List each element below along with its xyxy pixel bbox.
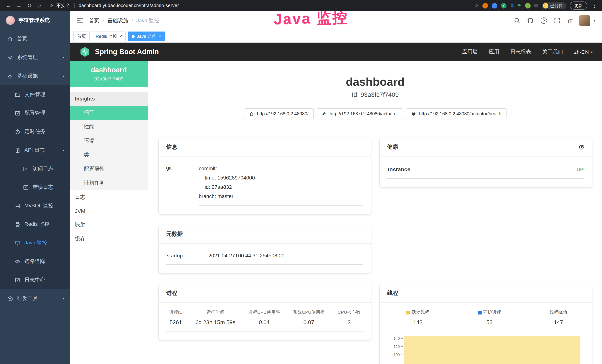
info-card-body: git commit: time: 1596289704000 id: 27aa… <box>159 157 371 214</box>
browser-update-button[interactable]: 更新 <box>570 1 587 10</box>
url-text[interactable]: dashboard.yudao.iocoder.cn/infra/admin-s… <box>79 3 179 8</box>
info-card: 信息 git commit: time: 1596289704000 id: 2 <box>159 138 371 214</box>
paused-badge[interactable]: 已暂停 <box>542 2 566 9</box>
threads-live-label-row: 活动线程 <box>406 309 430 316</box>
sba-nav-applications[interactable]: 应用 <box>489 49 499 55</box>
sidebar-item-dev-tools[interactable]: 研发工具 ▾ <box>0 289 70 308</box>
sba-menu-item-config-props[interactable]: 配置属性 <box>70 162 148 176</box>
tab-home[interactable]: 首页 <box>74 32 90 41</box>
sidebar-item-api-log[interactable]: API 日志 ▴ <box>0 141 70 160</box>
sidebar-item-mysql-monitor[interactable]: MySQL 监控 <box>0 197 70 215</box>
address-bar[interactable]: ⚠ 不安全 dashboard.yudao.iocoder.cn/infra/a… <box>50 2 179 9</box>
breadcrumb: 首页 / 基础设施 / Java 监控 <box>89 17 159 24</box>
breadcrumb-home[interactable]: 首页 <box>89 17 99 24</box>
sba-menu-group-insights[interactable]: Insights <box>70 92 148 106</box>
home-icon <box>7 36 13 42</box>
sidebar-item-infra[interactable]: 基础设施 ▴ <box>0 67 70 85</box>
tick-label: 100 <box>390 353 400 357</box>
avatar[interactable] <box>579 15 591 26</box>
sidebar-item-scheduled-job[interactable]: 定时任务 <box>0 122 70 141</box>
sidebar-item-config-manage[interactable]: 配置管理 <box>0 104 70 122</box>
sba-locale-select[interactable]: zh-CN ▾ <box>574 49 592 55</box>
fullscreen-icon[interactable] <box>554 17 560 24</box>
sba-instance-name: dashboard <box>73 66 145 74</box>
search-icon[interactable] <box>514 17 520 24</box>
tab-redis-monitor[interactable]: Redis 监控 × <box>92 32 126 41</box>
extension-icon-grid[interactable] <box>510 4 514 7</box>
extension-icon-green[interactable]: Y <box>501 3 506 8</box>
browser-menu-icon[interactable]: ⋮ <box>591 3 598 9</box>
close-icon[interactable]: × <box>159 34 161 39</box>
metadata-value: 2021-04-27T00:44:31.254+08:00 <box>208 253 284 258</box>
instance-link-actuator[interactable]: http://192.168.0.2:48080/actuator <box>317 108 403 119</box>
sidebar-item-system[interactable]: 系统管理 ▾ <box>0 48 70 67</box>
header-actions: ? TT ▾ <box>514 15 595 26</box>
breadcrumb-infra[interactable]: 基础设施 <box>108 17 128 24</box>
sidebar-item-home[interactable]: 首页 <box>0 30 70 48</box>
history-icon[interactable] <box>579 144 584 150</box>
chevron-down-icon: ▾ <box>591 50 592 54</box>
page-title: dashboard <box>148 75 602 89</box>
sba-instance-header[interactable]: dashboard 93a3fc7f7409 <box>70 61 148 87</box>
hamburger-icon[interactable] <box>76 18 83 23</box>
tick-mark <box>401 338 403 339</box>
sba-menu-item-mappings[interactable]: 映射 <box>70 218 148 232</box>
legend-value: 147 <box>549 319 567 325</box>
tick-label: 140 <box>390 336 400 341</box>
bookmark-star-icon[interactable]: ☆ <box>474 3 479 9</box>
sba-menu-item-jvm[interactable]: JVM <box>70 204 148 218</box>
tab-java-monitor[interactable]: Java 监控 × <box>128 32 165 41</box>
sidebar-item-error-log[interactable]: 错误日志 <box>0 178 70 197</box>
sba-nav-about[interactable]: 关于我们 <box>542 49 563 55</box>
font-size-icon[interactable]: TT <box>567 17 572 24</box>
database-icon <box>15 203 20 209</box>
sidebar-item-redis-monitor[interactable]: Redis 监控 <box>0 215 70 234</box>
close-icon[interactable]: × <box>119 34 122 39</box>
browser-forward-button[interactable]: → <box>15 3 23 9</box>
sidebar-item-file-manage[interactable]: 文件管理 <box>0 85 70 104</box>
extension-icon-pin[interactable] <box>492 3 497 8</box>
threads-card-header: 线程 <box>380 284 592 303</box>
sba-menu-item-scheduled-tasks[interactable]: 计划任务 <box>70 176 148 190</box>
sba-menu-item-caches[interactable]: 缓存 <box>70 232 148 246</box>
instance-link-health[interactable]: http://192.168.0.2:48080/actuator/health <box>406 108 506 119</box>
github-icon[interactable] <box>527 17 534 24</box>
extension-icon-puzzle[interactable] <box>534 4 538 7</box>
sba-content: dashboard Id: 93a3fc7f7409 http://192.16… <box>148 61 602 364</box>
detail-cards-grid: 信息 git commit: time: 1596289704000 id: 2 <box>148 119 602 364</box>
avatar-caret-icon[interactable]: ▾ <box>594 19 595 22</box>
info-card-header: 信息 <box>159 138 371 157</box>
stat-value: 0.04 <box>248 319 280 325</box>
browser-back-button[interactable]: ← <box>4 3 13 9</box>
sba-menu-item-metrics[interactable]: 性能 <box>70 120 148 134</box>
sba-nav-wallboard[interactable]: 应用墙 <box>462 49 478 55</box>
help-icon[interactable]: ? <box>541 17 547 24</box>
sidebar-item-java-monitor[interactable]: Java 监控 <box>0 234 70 252</box>
app-logo[interactable]: 芋道管理系统 <box>0 11 70 30</box>
sba-menu-item-classes[interactable]: 类 <box>70 148 148 162</box>
app-title: 芋道管理系统 <box>19 17 50 24</box>
instance-link-service[interactable]: http://192.168.0.2:48080/ <box>244 108 314 119</box>
threads-peak-label-row: 线程峰值 <box>549 309 567 316</box>
browser-reload-button[interactable]: ↻ <box>25 3 33 9</box>
sba-menu-item-environment[interactable]: 环境 <box>70 134 148 148</box>
chevron-up-icon: ▴ <box>63 148 64 152</box>
monitor-icon <box>15 240 20 246</box>
browser-home-button[interactable]: ⌂ <box>36 3 44 9</box>
extension-icon-orange[interactable] <box>482 3 488 8</box>
sba-menu-item-details[interactable]: 细节 <box>70 106 148 120</box>
security-label[interactable]: 不安全 <box>56 2 70 9</box>
sidebar-item-trace[interactable]: 链路追踪 <box>0 252 70 271</box>
sba-menu-item-logs[interactable]: 日志 <box>70 190 148 204</box>
extension-icon-leaf[interactable] <box>525 3 530 8</box>
screen: ← → ↻ ⌂ ⚠ 不安全 dashboard.yudao.iocoder.cn… <box>0 0 602 364</box>
sidebar-item-label: API 日志 <box>24 147 45 153</box>
sidebar-item-log-center[interactable]: 日志中心 <box>0 271 70 289</box>
extension-icon-switch-on[interactable]: on <box>517 4 521 7</box>
sba-brand-title[interactable]: Spring Boot Admin <box>95 48 159 56</box>
sidebar-item-access-log[interactable]: 访问日志 <box>0 160 70 178</box>
tick-label: 120 <box>390 344 400 349</box>
main-sidebar: 芋道管理系统 首页 系统管理 ▾ 基础设施 ▴ 文件管理 <box>0 11 70 364</box>
sba-nav-journal[interactable]: 日志报表 <box>510 49 531 55</box>
breadcrumb-current: Java 监控 <box>137 17 159 24</box>
